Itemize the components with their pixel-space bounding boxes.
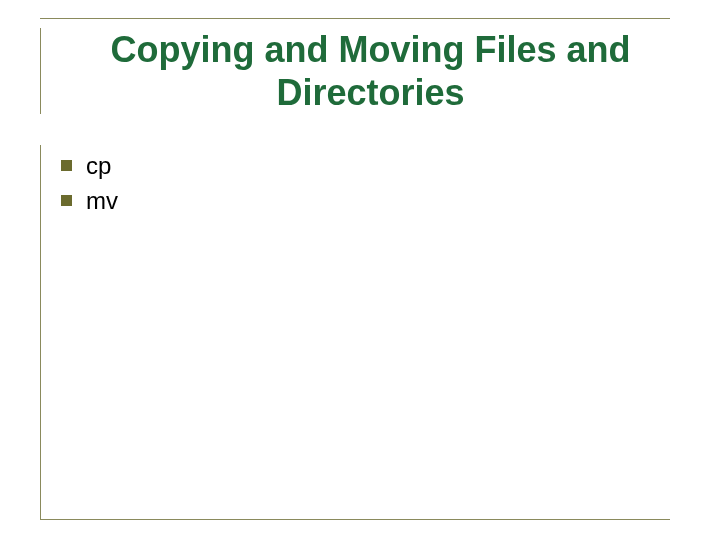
square-bullet-icon: [61, 160, 72, 171]
title-container: Copying and Moving Files and Directories: [40, 28, 670, 114]
body-container: cp mv: [40, 145, 670, 520]
slide: Copying and Moving Files and Directories…: [0, 0, 720, 540]
bullet-text: cp: [86, 150, 111, 181]
list-item: mv: [61, 185, 670, 216]
bullet-text: mv: [86, 185, 118, 216]
list-item: cp: [61, 150, 670, 181]
bullet-list: cp mv: [61, 150, 670, 216]
top-divider: [40, 18, 670, 19]
square-bullet-icon: [61, 195, 72, 206]
slide-title: Copying and Moving Files and Directories: [81, 28, 660, 114]
